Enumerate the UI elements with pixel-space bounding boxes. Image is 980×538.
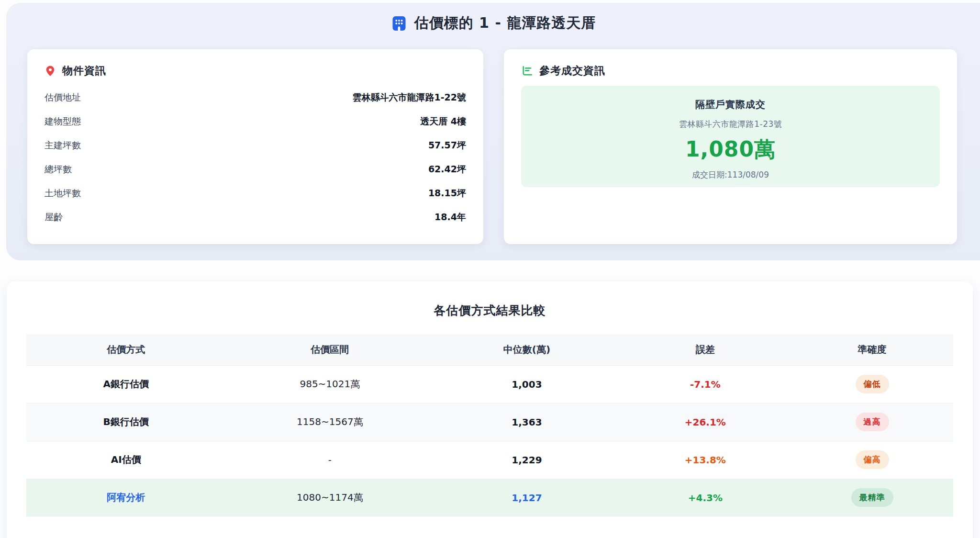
- table-row-best: 阿宥分析 1080~1174萬 1,127 +4.3% 最精準: [26, 479, 953, 516]
- accuracy-badge: 偏低: [856, 375, 889, 393]
- comparison-table: 估價方式 估價區間 中位數(萬) 誤差 準確度 A銀行估價 985~1021萬 …: [26, 335, 953, 516]
- property-info-row: 建物型態 透天厝 4樓: [45, 110, 466, 134]
- property-info-card: 物件資訊 估價地址 雲林縣斗六市龍潭路1-22號 建物型態 透天厝 4樓 主建坪…: [27, 49, 483, 244]
- accuracy-cell: 偏低: [791, 365, 953, 403]
- property-info-label: 屋齡: [45, 211, 63, 224]
- valuation-comparison-card: 各估價方式結果比較 估價方式 估價區間 中位數(萬) 誤差 準確度 A銀行估價 …: [7, 281, 973, 538]
- error-cell: +13.8%: [620, 441, 791, 479]
- accuracy-cell: 最精準: [791, 479, 953, 516]
- property-info-value: 雲林縣斗六市龍潭路1-22號: [352, 91, 466, 104]
- page-title-row: 估價標的 1 - 龍潭路透天厝: [6, 13, 980, 33]
- reference-card-title: 參考成交資訊: [539, 64, 605, 78]
- range-cell: 985~1021萬: [225, 365, 434, 403]
- accuracy-cell: 偏高: [791, 441, 953, 479]
- deal-date: 成交日期:113/08/09: [531, 169, 930, 180]
- error-cell: +26.1%: [620, 403, 791, 441]
- property-info-value: 18.15坪: [428, 187, 466, 200]
- property-info-value: 18.4年: [434, 211, 466, 224]
- table-row: B銀行估價 1158~1567萬 1,363 +26.1% 過高: [26, 403, 953, 441]
- median-cell: 1,229: [434, 441, 619, 479]
- property-info-row: 估價地址 雲林縣斗六市龍潭路1-22號: [45, 86, 466, 110]
- accuracy-badge: 最精準: [851, 488, 893, 507]
- method-cell: 阿宥分析: [26, 479, 225, 516]
- property-info-label: 總坪數: [45, 163, 72, 176]
- column-header-method: 估價方式: [26, 335, 225, 365]
- deal-address: 雲林縣斗六市龍潭路1-23號: [531, 119, 930, 130]
- building-icon: [390, 15, 408, 32]
- accuracy-cell: 過高: [791, 403, 953, 441]
- method-cell: AI估價: [26, 441, 225, 479]
- neighbor-deal-box: 隔壁戶實際成交 雲林縣斗六市龍潭路1-23號 1,080萬 成交日期:113/0…: [521, 86, 940, 187]
- property-info-value: 透天厝 4樓: [420, 115, 466, 128]
- property-info-label: 土地坪數: [45, 187, 81, 200]
- property-card-header: 物件資訊: [45, 64, 466, 78]
- hero-cards: 物件資訊 估價地址 雲林縣斗六市龍潭路1-22號 建物型態 透天厝 4樓 主建坪…: [27, 49, 957, 244]
- median-cell: 1,127: [434, 479, 619, 516]
- accuracy-badge: 偏高: [856, 450, 889, 469]
- comparison-header-row: 估價方式 估價區間 中位數(萬) 誤差 準確度: [26, 335, 953, 365]
- comparison-title: 各估價方式結果比較: [26, 303, 953, 318]
- column-header-range: 估價區間: [225, 335, 434, 365]
- location-pin-icon: [45, 65, 56, 77]
- table-row: AI估價 - 1,229 +13.8% 偏高: [26, 441, 953, 479]
- page-title: 估價標的 1 - 龍潭路透天厝: [414, 13, 596, 33]
- property-info-label: 估價地址: [45, 91, 81, 104]
- valuation-target-section: 估價標的 1 - 龍潭路透天厝 物件資訊 估價地址 雲林縣斗六市龍潭路1-22號…: [6, 3, 980, 260]
- median-cell: 1,003: [434, 365, 619, 403]
- property-info-label: 主建坪數: [45, 139, 81, 152]
- reference-card-header: 參考成交資訊: [521, 64, 940, 78]
- property-info-row: 總坪數 62.42坪: [45, 157, 466, 181]
- range-cell: 1158~1567萬: [225, 403, 434, 441]
- column-header-accuracy: 準確度: [791, 335, 953, 365]
- property-info-row: 屋齡 18.4年: [45, 205, 466, 229]
- median-cell: 1,363: [434, 403, 619, 441]
- reference-deal-card: 參考成交資訊 隔壁戶實際成交 雲林縣斗六市龍潭路1-23號 1,080萬 成交日…: [504, 49, 957, 244]
- error-cell: -7.1%: [620, 365, 791, 403]
- range-cell: 1080~1174萬: [225, 479, 434, 516]
- property-info-value: 57.57坪: [428, 139, 466, 152]
- property-info-value: 62.42坪: [428, 163, 466, 176]
- property-info-label: 建物型態: [45, 115, 81, 128]
- property-info-row: 土地坪數 18.15坪: [45, 181, 466, 205]
- method-cell: A銀行估價: [26, 365, 225, 403]
- bar-chart-icon: [521, 65, 533, 77]
- deal-price: 1,080萬: [531, 135, 930, 164]
- deal-heading: 隔壁戶實際成交: [531, 98, 930, 111]
- method-cell: B銀行估價: [26, 403, 225, 441]
- property-info-row: 主建坪數 57.57坪: [45, 134, 466, 157]
- column-header-error: 誤差: [620, 335, 791, 365]
- accuracy-badge: 過高: [856, 413, 889, 431]
- table-row: A銀行估價 985~1021萬 1,003 -7.1% 偏低: [26, 365, 953, 403]
- range-cell: -: [225, 441, 434, 479]
- property-card-title: 物件資訊: [62, 64, 106, 78]
- column-header-median: 中位數(萬): [434, 335, 619, 365]
- error-cell: +4.3%: [620, 479, 791, 516]
